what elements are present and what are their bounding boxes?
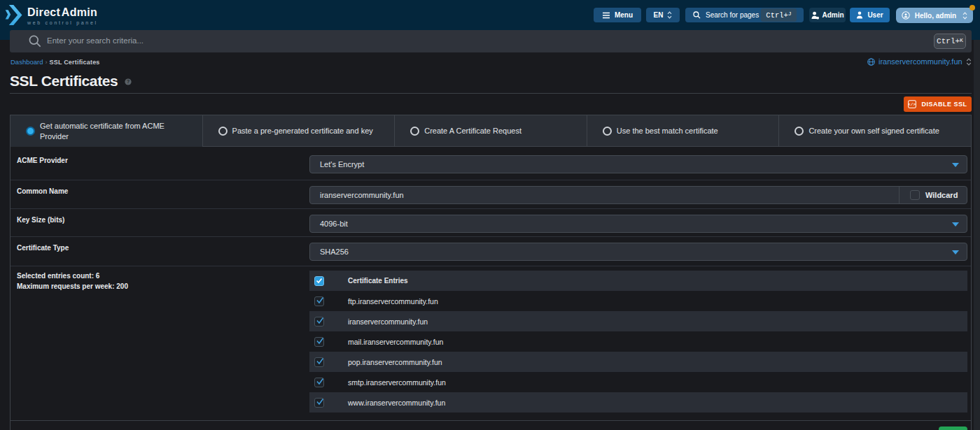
svg-text:</>: </>: [909, 102, 917, 107]
svg-text:?: ?: [127, 79, 130, 84]
